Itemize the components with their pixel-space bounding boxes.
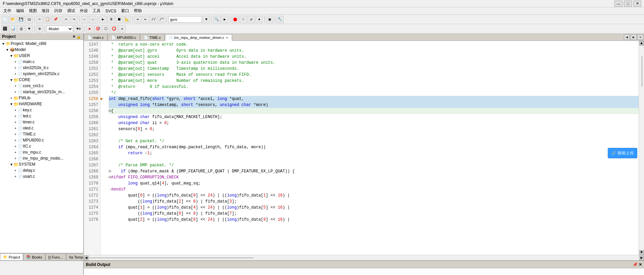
tb-btn4[interactable]: 📐 [123,16,131,23]
editor-hscrollbar[interactable]: ◀ ▶ [84,255,644,260]
toggle-inv-mpu[interactable]: + [13,151,17,154]
tree-model[interactable]: ▼ 📦 Model [0,47,83,53]
toggle-stm32-it[interactable]: + [13,66,17,70]
toggle-key[interactable]: + [13,108,17,112]
close-button[interactable]: ✕ [633,1,641,7]
toggle-fwlib[interactable]: + [9,96,13,100]
toggle-startup[interactable]: + [13,90,17,94]
toggle-system[interactable]: + [13,72,17,76]
tree-stm32-it[interactable]: + 📄 stm32f10x_it.c [0,65,83,71]
tb2-btn3[interactable]: 🖨 [17,25,25,33]
tb-btn3[interactable]: ⏹ [115,16,123,23]
target-select[interactable]: Model [46,25,73,32]
tree-system[interactable]: + 📄 system_stm32f10x.c [0,71,83,77]
toggle-led[interactable]: + [13,114,17,118]
tree-main-c[interactable]: + 📄 main.c [0,59,83,65]
tb-layout[interactable]: ▦ [266,16,273,23]
tab-right-btn[interactable]: ▶ [631,35,637,40]
tree-hardware[interactable]: ▼ 📁 HARDWARE [0,101,83,107]
tb2-btn8[interactable]: ⭕ [110,25,118,33]
tb-circle[interactable]: ○ [239,16,247,23]
toggle-main-c[interactable]: + [13,60,17,64]
tab-left-btn[interactable]: ◀ [624,35,630,40]
hscroll-thumb[interactable] [89,258,254,258]
tb-outdent[interactable]: ⇤ [142,16,149,23]
tb-open[interactable]: 📂 [9,16,17,23]
tb2-btn6[interactable]: 🎯 [94,25,102,33]
tree-usart[interactable]: + 📄 usart.c [0,173,83,179]
tb2-btn5[interactable]: ▼⚙ [74,25,83,33]
toggle-inv-dmp[interactable]: + [13,157,17,160]
menu-help[interactable]: 帮助 [132,7,144,14]
toggle-user[interactable]: ▼ [9,54,13,58]
tree-oled[interactable]: + 📄 oled.c [0,125,83,131]
toggle-system-folder[interactable]: ▼ [9,163,13,166]
tb-search[interactable]: 🔍 [213,16,220,23]
menu-flash[interactable]: 闪存 [52,7,64,14]
tree-delay[interactable]: + 📄 delay.c [0,167,83,173]
tree-mpu6050[interactable]: + 📄 MPU6050.c [0,137,83,143]
lbtab-project[interactable]: 📁 Project [0,254,23,260]
vscroll-down[interactable]: ▼ [639,250,644,255]
tb2-build[interactable]: ▶ [86,25,94,33]
tb-new[interactable]: 📄 [1,16,9,23]
tb-tools[interactable]: 🔧 [276,16,284,23]
tb-comment[interactable]: // [150,16,157,23]
tb-uncomment[interactable]: /* [158,16,165,23]
tb-btn5[interactable]: ▶ [221,16,228,23]
tb-redo[interactable]: ↪ [70,16,78,23]
tb-btn2[interactable]: ⏸ [107,16,115,23]
minimize-button[interactable]: — [614,1,623,7]
tb2-btn9[interactable]: ✦ [118,25,126,33]
search-input[interactable] [168,16,202,23]
tree-startup[interactable]: + 📄 startup_stm32f10x_m... [0,89,83,95]
toggle-delay[interactable]: + [13,169,17,172]
menu-window[interactable]: 窗口 [119,7,131,14]
tb-undo[interactable]: ↩ [62,16,70,23]
hscroll-track[interactable] [89,258,639,258]
tb-save-all[interactable]: 🗂 [25,16,33,23]
tab-inv-dmp-close[interactable]: ✕ [226,36,228,40]
toggle-core-cm3[interactable]: + [13,84,17,88]
tb-copy[interactable]: 📋 [44,16,51,23]
tab-time-c[interactable]: 📄 TIME.c [140,34,165,41]
tb-paste[interactable]: 📌 [52,16,59,23]
project-close-btn[interactable]: ✕ 🔒 [72,35,81,39]
tab-main-c[interactable]: 📄 main.c [84,34,107,41]
menu-file[interactable]: 文件 [1,7,13,14]
tab-inv-dmp[interactable]: 📄 inv_mpu_dmp_motion_driver.c ✕ [165,34,232,41]
toggle-iic[interactable]: + [13,145,17,148]
toggle-root[interactable]: ▼ [1,42,5,46]
tab-mpu6050-c[interactable]: 📄 MPU6050.c [108,34,140,41]
tb-stop[interactable]: ⬤ [231,16,239,23]
tb-save[interactable]: 💾 [17,16,25,23]
menu-view[interactable]: 视图 [27,7,39,14]
tree-inv-mpu[interactable]: + 📄 inv_mpu.c [0,149,83,155]
hscroll-right[interactable]: ▶ [639,256,644,260]
vscroll-thumb[interactable] [642,56,642,87]
hscroll-left[interactable]: ◀ [84,256,89,260]
toggle-core[interactable]: ▼ [9,78,13,82]
tb-cut[interactable]: ✂ [36,16,43,23]
tb-dropdown-btn[interactable]: ▼ [203,16,210,23]
tb2-btn1[interactable]: ⬛ [1,25,9,33]
tree-led[interactable]: + 📄 led.c [0,113,83,119]
tree-key[interactable]: + 📄 key.c [0,107,83,113]
tb-heart[interactable]: ♦ [256,16,263,23]
toggle-oled[interactable]: + [13,126,17,130]
tree-iic[interactable]: + 📄 IIC.c [0,143,83,149]
tree-core[interactable]: ▼ 📁 CORE [0,77,83,83]
editor-vscrollbar[interactable]: ▲ ▼ [639,41,644,255]
tree-system-folder[interactable]: ▼ 📁 SYSTEM [0,161,83,167]
tb2-btn7[interactable]: ⬡ [102,25,110,33]
menu-tools[interactable]: 工具 [91,7,103,14]
toggle-usart[interactable]: + [13,175,17,178]
tb2-btn2[interactable]: 📊 [9,25,17,33]
toggle-time[interactable]: + [13,132,17,136]
tb2-dropdown[interactable]: ▼ [25,25,33,33]
menu-project[interactable]: 项目 [40,7,52,14]
tb-indent[interactable]: ⇥ [134,16,141,23]
toggle-timer[interactable]: + [13,120,17,124]
menu-svcs[interactable]: SVCS [103,8,118,14]
tree-root[interactable]: ▼ 📁 Project: Model_c8t6 [0,41,83,47]
